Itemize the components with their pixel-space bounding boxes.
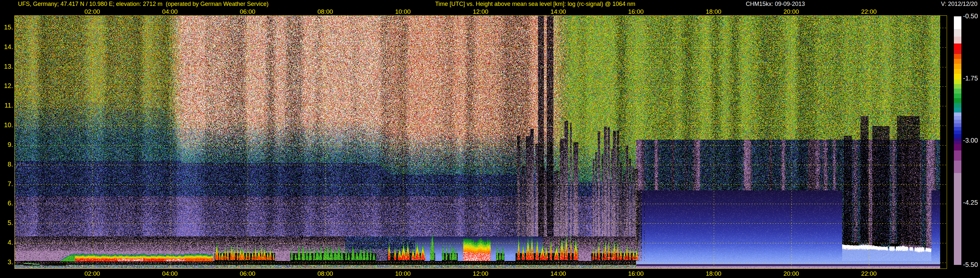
x-tick-bottom-04:00: 04:00: [162, 270, 178, 277]
x-tick-top-14:00: 14:00: [550, 8, 566, 15]
x-tick-bottom-08:00: 08:00: [318, 270, 333, 277]
x-tick-top-12:00: 12:00: [473, 8, 488, 15]
x-tick-top-18:00: 18:00: [706, 8, 721, 15]
x-tick-top-04:00: 04:00: [162, 8, 178, 15]
y-tick-4.: 4.: [0, 239, 13, 246]
y-tick-8.: 8.: [0, 161, 13, 168]
version-label: V: 2012/12/20: [941, 1, 977, 8]
plot-area: [14, 15, 947, 269]
x-tick-top-10:00: 10:00: [395, 8, 410, 15]
y-tick-6.: 6.: [0, 200, 13, 207]
ceilometer-quicklook-page: { "header": { "station": "UFS, Germany; …: [0, 0, 980, 278]
instrument-date: CHM15kx: 09-09-2013: [746, 1, 805, 8]
y-tick-7.: 7.: [0, 180, 13, 188]
colorbar-tick--4.25: -4.25: [963, 199, 978, 206]
x-tick-bottom-20:00: 20:00: [783, 270, 799, 277]
x-tick-top-16:00: 16:00: [628, 8, 644, 15]
x-tick-top-02:00: 02:00: [84, 8, 100, 15]
y-tick-14.: 14.: [0, 43, 13, 51]
page-title: Time [UTC] vs. Height above mean sea lev…: [435, 1, 635, 8]
x-tick-bottom-06:00: 06:00: [240, 270, 255, 277]
y-tick-15.: 15.: [0, 24, 13, 31]
y-tick-13.: 13.: [0, 63, 13, 70]
y-tick-10.: 10.: [0, 121, 13, 129]
y-tick-3.: 3.: [0, 258, 13, 266]
x-tick-bottom-16:00: 16:00: [628, 270, 644, 277]
x-tick-top-08:00: 08:00: [318, 8, 333, 15]
x-tick-bottom-14:00: 14:00: [550, 270, 566, 277]
backscatter-heatmap: [15, 16, 947, 268]
x-tick-bottom-12:00: 12:00: [473, 270, 488, 277]
y-tick-11.: 11.: [0, 102, 13, 109]
x-tick-bottom-18:00: 18:00: [706, 270, 721, 277]
y-tick-12.: 12.: [0, 82, 13, 89]
y-tick-9.: 9.: [0, 141, 13, 149]
colorbar-tick--1.75: -1.75: [963, 75, 978, 82]
colorbar: [954, 16, 961, 265]
y-tick-5.: 5.: [0, 219, 13, 227]
colorbar-tick--5.50: -5.50: [963, 261, 978, 268]
x-tick-bottom-10:00: 10:00: [395, 270, 410, 277]
x-tick-bottom-02:00: 02:00: [84, 270, 100, 277]
x-tick-top-22:00: 22:00: [861, 8, 877, 15]
station-info: UFS, Germany; 47.417 N / 10.980 E; eleva…: [18, 1, 269, 8]
x-tick-top-20:00: 20:00: [783, 8, 799, 15]
colorbar-tick--3.00: -3.00: [963, 137, 978, 144]
x-tick-bottom-22:00: 22:00: [861, 270, 877, 277]
x-tick-top-06:00: 06:00: [240, 8, 255, 15]
colorbar-tick--0.50: -0.50: [963, 13, 978, 20]
